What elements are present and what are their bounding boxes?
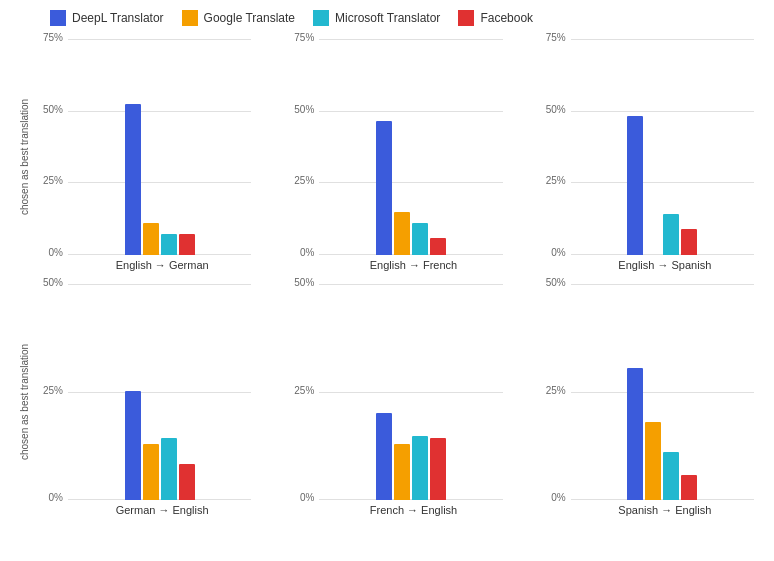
grid-line-label: 25%	[541, 175, 566, 186]
bar-0	[376, 413, 392, 500]
bar-3	[179, 234, 195, 255]
grid-line-label: 75%	[289, 32, 314, 43]
x-axis-label: Spanish → English	[541, 500, 759, 520]
grid-line-label: 25%	[541, 385, 566, 396]
x-axis-label: English → Spanish	[541, 255, 759, 275]
bars-area	[571, 284, 754, 500]
bar-2	[161, 438, 177, 500]
bar-2	[161, 234, 177, 255]
bar-1	[394, 444, 410, 500]
grid-line-label: 50%	[289, 104, 314, 115]
grid-line-label: 50%	[38, 277, 63, 288]
chart-cell-r0-c2: 75%50%25%0%English → Spanish	[513, 34, 764, 279]
bar-3	[681, 229, 697, 255]
grid-line-label: 50%	[289, 277, 314, 288]
bar-3	[430, 238, 446, 255]
chart-inner: 75%50%25%0%English → Spanish	[541, 34, 764, 279]
bar-1	[645, 422, 661, 500]
bar-3	[430, 438, 446, 500]
chart-cell-r1-c1: 50%25%0%French → English	[261, 279, 512, 524]
bar-1	[394, 212, 410, 255]
bar-2	[663, 452, 679, 500]
bar-chart: 50%25%0%	[38, 284, 256, 500]
grid-line-label: 50%	[541, 104, 566, 115]
bar-0	[627, 116, 643, 255]
grid-line-label: 50%	[541, 277, 566, 288]
legend-color-microsoft	[313, 10, 329, 26]
y-axis-label	[513, 279, 541, 524]
legend-color-facebook	[458, 10, 474, 26]
bar-2	[412, 436, 428, 500]
legend: DeepL Translator Google Translate Micros…	[10, 10, 764, 26]
chart-cell-r1-c0: chosen as best translation50%25%0%German…	[10, 279, 261, 524]
grid-line-label: 0%	[541, 247, 566, 258]
legend-item-google: Google Translate	[182, 10, 295, 26]
y-axis-label: chosen as best translation	[10, 279, 38, 524]
bar-chart: 75%50%25%0%	[289, 39, 507, 255]
y-axis-label	[513, 34, 541, 279]
bar-0	[125, 104, 141, 255]
x-axis-label: French → English	[289, 500, 507, 520]
bars-area	[68, 284, 251, 500]
chart-inner: 75%50%25%0%English → German	[38, 34, 261, 279]
bar-2	[663, 214, 679, 255]
bars-area	[571, 39, 754, 255]
bar-3	[179, 464, 195, 500]
chart-inner: 50%25%0%German → English	[38, 279, 261, 524]
grid-line-label: 25%	[38, 175, 63, 186]
grid-line-label: 0%	[38, 247, 63, 258]
bar-chart: 75%50%25%0%	[38, 39, 256, 255]
chart-inner: 50%25%0%French → English	[289, 279, 512, 524]
y-axis-label: chosen as best translation	[10, 34, 38, 279]
bar-2	[412, 223, 428, 255]
bar-0	[376, 121, 392, 255]
bar-1	[143, 223, 159, 255]
legend-label-microsoft: Microsoft Translator	[335, 11, 440, 25]
legend-label-deepl: DeepL Translator	[72, 11, 164, 25]
bar-3	[681, 475, 697, 500]
grid-line-label: 25%	[38, 385, 63, 396]
grid-line-label: 25%	[289, 175, 314, 186]
bar-chart: 75%50%25%0%	[541, 39, 759, 255]
chart-inner: 50%25%0%Spanish → English	[541, 279, 764, 524]
grid-line-label: 0%	[289, 247, 314, 258]
grid-line-label: 75%	[38, 32, 63, 43]
x-axis-label: English → German	[38, 255, 256, 275]
legend-item-facebook: Facebook	[458, 10, 533, 26]
grid-line-label: 50%	[38, 104, 63, 115]
legend-color-google	[182, 10, 198, 26]
legend-label-facebook: Facebook	[480, 11, 533, 25]
chart-container: DeepL Translator Google Translate Micros…	[0, 0, 774, 561]
bars-area	[68, 39, 251, 255]
grid-line-label: 25%	[289, 385, 314, 396]
charts-grid: chosen as best translation75%50%25%0%Eng…	[10, 34, 764, 524]
chart-inner: 75%50%25%0%English → French	[289, 34, 512, 279]
chart-cell-r1-c2: 50%25%0%Spanish → English	[513, 279, 764, 524]
bar-chart: 50%25%0%	[289, 284, 507, 500]
chart-cell-r0-c0: chosen as best translation75%50%25%0%Eng…	[10, 34, 261, 279]
bar-0	[627, 368, 643, 500]
bar-chart: 50%25%0%	[541, 284, 759, 500]
legend-color-deepl	[50, 10, 66, 26]
y-axis-label	[261, 34, 289, 279]
bars-area	[319, 39, 502, 255]
bar-1	[143, 444, 159, 500]
bars-area	[319, 284, 502, 500]
x-axis-label: German → English	[38, 500, 256, 520]
grid-line-label: 0%	[541, 492, 566, 503]
legend-item-microsoft: Microsoft Translator	[313, 10, 440, 26]
chart-cell-r0-c1: 75%50%25%0%English → French	[261, 34, 512, 279]
legend-item-deepl: DeepL Translator	[50, 10, 164, 26]
bar-0	[125, 391, 141, 500]
legend-label-google: Google Translate	[204, 11, 295, 25]
grid-line-label: 0%	[38, 492, 63, 503]
grid-line-label: 0%	[289, 492, 314, 503]
x-axis-label: English → French	[289, 255, 507, 275]
y-axis-label	[261, 279, 289, 524]
grid-line-label: 75%	[541, 32, 566, 43]
